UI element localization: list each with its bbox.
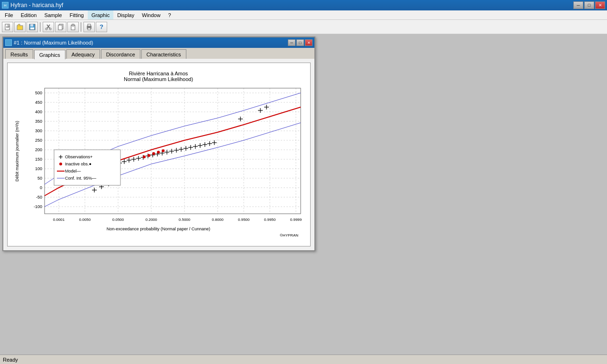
svg-text:100: 100 (35, 166, 42, 171)
svg-text:350: 350 (35, 119, 42, 124)
tabs: Results Graphics Adequacy Discordance Ch… (3, 48, 314, 59)
svg-rect-14 (58, 25, 62, 30)
panel-close[interactable]: ✕ (305, 39, 313, 46)
help-button[interactable]: ? (96, 22, 107, 32)
svg-text:Débit maximum journalier (m³/s: Débit maximum journalier (m³/s) (15, 121, 19, 182)
svg-point-148 (147, 154, 150, 157)
svg-text:0.9950: 0.9950 (264, 218, 276, 222)
analysis-panel: #1 : Normal (Maximum Likelihood) ─ □ ✕ R… (2, 36, 315, 251)
svg-rect-19 (88, 28, 91, 30)
svg-point-147 (143, 155, 146, 158)
svg-text:0.9999: 0.9999 (290, 218, 302, 222)
panel-minimize[interactable]: ─ (288, 39, 295, 46)
svg-point-149 (152, 152, 155, 155)
menu-file[interactable]: File (1, 10, 17, 19)
new-button[interactable] (2, 22, 13, 32)
panel-title-left: #1 : Normal (Maximum Likelihood) (5, 39, 93, 46)
status-bar: Ready (0, 355, 607, 364)
svg-text:Model—: Model— (65, 169, 81, 173)
svg-point-156 (59, 163, 62, 165)
print-button[interactable] (83, 22, 95, 32)
svg-rect-16 (72, 24, 74, 26)
svg-text:0.0500: 0.0500 (112, 218, 124, 222)
chart-svg: Rivière Harricana à Amos Normal (Maximum… (11, 67, 305, 242)
svg-point-12 (49, 28, 51, 30)
main-content: #1 : Normal (Maximum Likelihood) ─ □ ✕ R… (0, 34, 607, 355)
tab-discordance[interactable]: Discordance (101, 49, 140, 59)
svg-text:0: 0 (40, 185, 42, 190)
chart-wrapper: Rivière Harricana à Amos Normal (Maximum… (3, 59, 314, 250)
save-button[interactable] (27, 22, 38, 32)
menu-window[interactable]: Window (138, 10, 164, 19)
title-bar: H Hyfran - haricana.hyf ─ □ ✕ (0, 0, 607, 10)
menu-edition[interactable]: Edition (17, 10, 41, 19)
svg-text:©HYFRAN: ©HYFRAN (280, 233, 298, 237)
svg-text:-100: -100 (34, 204, 42, 209)
svg-text:500: 500 (35, 91, 42, 95)
svg-text:Observations+: Observations+ (65, 155, 92, 159)
menu-graphic[interactable]: Graphic (88, 10, 114, 19)
svg-text:Inactive obs.●: Inactive obs.● (65, 162, 92, 166)
menu-display[interactable]: Display (113, 10, 138, 19)
app-icon: H (2, 2, 9, 9)
svg-point-11 (46, 28, 47, 30)
maximize-button[interactable]: □ (584, 1, 594, 9)
svg-point-150 (157, 151, 160, 154)
svg-rect-5 (17, 26, 23, 30)
status-text: Ready (3, 357, 18, 363)
tab-results[interactable]: Results (5, 49, 33, 59)
paste-button[interactable] (67, 22, 79, 32)
minimize-button[interactable]: ─ (573, 1, 583, 9)
tab-adequacy[interactable]: Adequacy (66, 49, 100, 59)
svg-text:0.9500: 0.9500 (238, 218, 250, 222)
chart-container: Rivière Harricana à Amos Normal (Maximum… (7, 63, 311, 246)
menu-fitting[interactable]: Fitting (66, 10, 88, 19)
panel-titlebar: #1 : Normal (Maximum Likelihood) ─ □ ✕ (3, 37, 314, 48)
svg-text:0.0001: 0.0001 (53, 218, 65, 222)
separator-1 (40, 22, 41, 32)
panel-controls: ─ □ ✕ (288, 39, 313, 46)
svg-text:Rivière Harricana à Amos: Rivière Harricana à Amos (129, 71, 188, 76)
svg-text:0.8000: 0.8000 (212, 218, 224, 222)
svg-rect-18 (88, 24, 91, 26)
app-title: Hyfran - haricana.hyf (10, 2, 63, 9)
close-button[interactable]: ✕ (595, 1, 605, 9)
title-bar-left: H Hyfran - haricana.hyf (2, 2, 63, 9)
svg-text:-50: -50 (36, 195, 42, 200)
svg-text:0.2000: 0.2000 (146, 218, 157, 222)
svg-text:250: 250 (35, 138, 42, 143)
panel-icon (5, 39, 12, 46)
toolbar: ? (0, 20, 607, 34)
copy-button[interactable] (55, 22, 66, 32)
svg-rect-7 (30, 24, 33, 27)
panel-title: #1 : Normal (Maximum Likelihood) (14, 40, 93, 46)
menu-help[interactable]: ? (164, 10, 175, 19)
svg-point-151 (162, 149, 165, 152)
svg-text:H: H (4, 3, 7, 8)
svg-text:50: 50 (37, 176, 42, 181)
svg-rect-8 (30, 27, 34, 29)
panel-maximize[interactable]: □ (296, 39, 304, 46)
cut-button[interactable] (43, 22, 54, 32)
svg-text:Non-exceedance probability (No: Non-exceedance probability (Normal paper… (107, 227, 211, 231)
title-controls: ─ □ ✕ (573, 1, 605, 9)
menu-sample[interactable]: Sample (40, 10, 65, 19)
menu-bar: File Edition Sample Fitting Graphic Disp… (0, 10, 607, 20)
svg-text:400: 400 (35, 109, 42, 114)
svg-text:450: 450 (35, 100, 42, 105)
svg-text:300: 300 (35, 128, 42, 133)
svg-text:0.0050: 0.0050 (79, 218, 91, 222)
svg-text:Conf. Int. 95%—: Conf. Int. 95%— (65, 176, 96, 181)
separator-2 (81, 22, 82, 32)
open-button[interactable] (14, 22, 26, 32)
tab-characteristics[interactable]: Characteristics (141, 49, 186, 59)
svg-text:Normal (Maximum Likelihood): Normal (Maximum Likelihood) (124, 76, 193, 82)
svg-text:200: 200 (35, 147, 42, 152)
svg-text:150: 150 (35, 157, 42, 162)
svg-rect-2 (5, 24, 9, 30)
tab-graphics[interactable]: Graphics (34, 50, 65, 59)
svg-text:0.5000: 0.5000 (179, 218, 191, 222)
